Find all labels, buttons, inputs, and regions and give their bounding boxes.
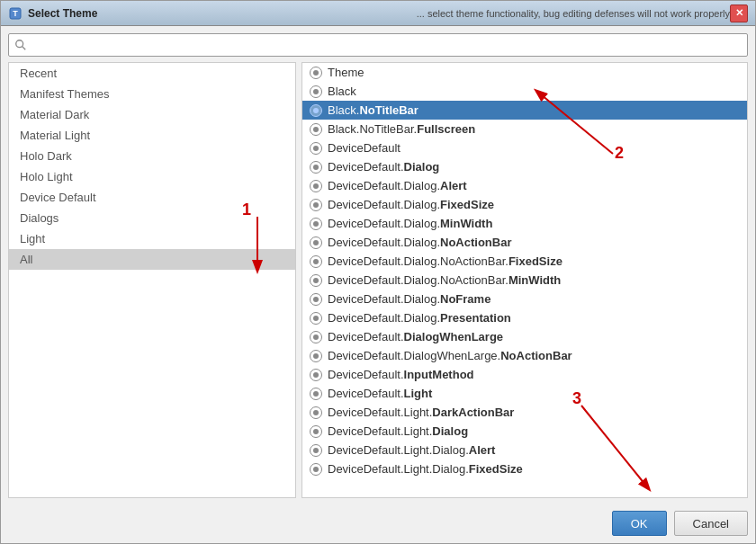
theme-icon [310,369,322,381]
left-item-recent[interactable]: Recent [9,63,295,84]
right-panel: ThemeBlackBlack.NoTitleBarBlack.NoTitleB… [302,62,748,498]
theme-icon [310,104,322,117]
theme-icon [310,444,322,457]
left-item-material-light[interactable]: Material Light [9,125,295,146]
theme-icon [310,123,322,136]
theme-label: DeviceDefault.DialogWhenLarge [328,330,503,343]
right-item[interactable]: Black [302,82,747,101]
theme-label: Theme [328,66,364,79]
theme-label: DeviceDefault.Dialog.NoActionBar.FixedSi… [328,254,562,268]
theme-icon [310,388,322,400]
theme-label: DeviceDefault.Light.Dialog [328,424,468,438]
ok-button[interactable]: OK [612,511,667,536]
left-item-light[interactable]: Light [9,228,295,249]
search-row [8,33,748,57]
left-item-holo-dark[interactable]: Holo Dark [9,146,295,166]
right-item[interactable]: DeviceDefault.DialogWhenLarge.NoActionBa… [302,346,747,365]
theme-icon [310,255,322,268]
theme-icon [310,85,322,98]
search-box[interactable] [8,33,748,57]
theme-label: DeviceDefault.Dialog.Presentation [328,311,511,325]
theme-label: DeviceDefault.Dialog.MinWidth [328,217,492,230]
right-item[interactable]: DeviceDefault.Light [302,384,747,403]
theme-label: Black [328,85,356,98]
right-item[interactable]: DeviceDefault.Dialog.Presentation [302,308,747,327]
theme-icon [310,199,322,211]
theme-label: Black.NoTitleBar [328,103,418,117]
search-icon [14,39,27,51]
right-item[interactable]: DeviceDefault [302,138,747,157]
search-input[interactable] [31,39,742,51]
theme-label: DeviceDefault.Light [328,387,432,400]
cancel-button[interactable]: Cancel [674,511,748,536]
theme-icon [310,350,322,362]
right-item[interactable]: DeviceDefault.Light.Dialog.Alert [302,441,747,459]
title-bar: T Select Theme ... select theme function… [1,1,755,26]
left-item-device-default[interactable]: Device Default [9,187,295,208]
theme-label: DeviceDefault.DialogWhenLarge.NoActionBa… [328,349,572,362]
theme-icon [310,236,322,249]
right-item[interactable]: DeviceDefault.Dialog.NoActionBar [302,233,747,252]
theme-icon [310,312,322,325]
right-item[interactable]: Theme [302,63,747,82]
theme-label: DeviceDefault.Dialog.NoActionBar.MinWidt… [328,273,561,287]
svg-point-2 [16,40,23,48]
left-item-all[interactable]: All [9,249,295,270]
theme-icon [310,293,322,306]
main-content: RecentManifest ThemesMaterial DarkMateri… [8,62,748,498]
theme-label: DeviceDefault.Dialog.NoActionBar [328,236,511,249]
window-title: Select Theme [28,7,413,20]
right-item[interactable]: DeviceDefault.Dialog.NoFrame [302,290,747,308]
right-item[interactable]: DeviceDefault.Dialog.NoActionBar.MinWidt… [302,271,747,290]
theme-label: DeviceDefault.Light.DarkActionBar [328,406,514,419]
window-icon: T [8,6,22,21]
right-item[interactable]: DeviceDefault.DialogWhenLarge [302,327,747,346]
theme-label: Black.NoTitleBar.Fullscreen [328,122,475,136]
right-item[interactable]: DeviceDefault.Dialog.MinWidth [302,214,747,233]
theme-icon [310,161,322,174]
right-item[interactable]: Black.NoTitleBar [302,101,747,120]
theme-icon [310,406,322,419]
theme-icon [310,142,322,155]
right-item[interactable]: DeviceDefault.Light.Dialog.FixedSize [302,459,747,478]
right-item[interactable]: Black.NoTitleBar.Fullscreen [302,120,747,138]
right-item[interactable]: DeviceDefault.Dialog.NoActionBar.FixedSi… [302,252,747,271]
right-item[interactable]: DeviceDefault.Dialog.FixedSize [302,195,747,214]
theme-label: DeviceDefault.Dialog.NoFrame [328,292,490,306]
right-item[interactable]: DeviceDefault.Light.Dialog [302,422,747,441]
theme-label: DeviceDefault.Dialog.Alert [328,179,467,192]
left-item-manifest-themes[interactable]: Manifest Themes [9,84,295,104]
right-item[interactable]: DeviceDefault.Dialog [302,157,747,176]
left-panel: RecentManifest ThemesMaterial DarkMateri… [8,62,296,498]
theme-label: DeviceDefault.Light.Dialog.FixedSize [328,462,523,476]
dialog-window: T Select Theme ... select theme function… [0,0,756,544]
svg-text:T: T [13,9,18,18]
theme-icon [310,274,322,287]
dialog-body: RecentManifest ThemesMaterial DarkMateri… [1,26,755,505]
theme-label: DeviceDefault.InputMethod [328,368,474,381]
theme-icon [310,180,322,192]
theme-icon [310,67,322,79]
close-button[interactable]: ✕ [730,4,748,22]
svg-line-3 [22,47,26,50]
left-item-material-dark[interactable]: Material Dark [9,104,295,125]
right-item[interactable]: DeviceDefault.Dialog.Alert [302,176,747,195]
right-item[interactable]: DeviceDefault.InputMethod [302,365,747,384]
theme-icon [310,218,322,230]
theme-label: DeviceDefault [328,141,400,155]
left-item-holo-light[interactable]: Holo Light [9,166,295,187]
right-item[interactable]: DeviceDefault.Light.DarkActionBar [302,403,747,422]
theme-label: DeviceDefault.Dialog [328,160,439,174]
theme-icon [310,463,322,476]
theme-label: DeviceDefault.Light.Dialog.Alert [328,443,495,457]
window-subtitle: ... select theme functionality, bug edit… [417,8,730,19]
theme-label: DeviceDefault.Dialog.FixedSize [328,198,494,211]
theme-icon [310,331,322,343]
left-item-dialogs[interactable]: Dialogs [9,208,295,228]
dialog-footer: OK Cancel [1,505,755,543]
theme-icon [310,425,322,438]
